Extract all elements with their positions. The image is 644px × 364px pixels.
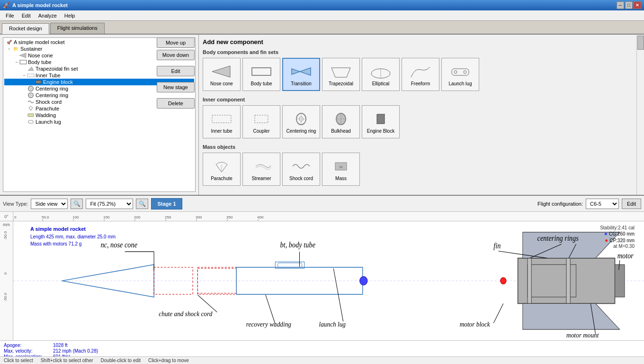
button-panel: Move up Move down Edit New stage Delete	[157, 37, 195, 109]
tree-label-engineblock: Engine block	[43, 79, 73, 85]
comp-bulkhead[interactable]: Bulkhead	[322, 105, 360, 138]
elliptical-icon	[370, 63, 391, 80]
svg-rect-3	[27, 74, 34, 77]
comp-launchlug-label: Launch lug	[449, 81, 472, 86]
hint-click: Click to select	[4, 358, 33, 363]
svg-text:motor mount: motor mount	[566, 331, 599, 339]
tree-item-wadding[interactable]: Wadding	[4, 112, 194, 118]
new-stage-button[interactable]: New stage	[157, 82, 195, 92]
comp-innertube[interactable]: Inner tube	[203, 105, 241, 138]
titlebar-title: A simple model rocket	[12, 2, 68, 8]
ruler-corner	[639, 212, 644, 221]
comp-bulkhead-label: Bulkhead	[331, 128, 351, 134]
comp-launchlug[interactable]: Launch lug	[441, 58, 479, 91]
comp-parachute[interactable]: Parachute	[203, 153, 241, 186]
zoom-out-button[interactable]: 🔍	[71, 199, 83, 209]
svg-text:M: M	[340, 165, 343, 169]
comp-mass[interactable]: M Mass	[322, 153, 360, 186]
svg-rect-72	[566, 258, 570, 304]
status-hint: Click to select Shift+click to select ot…	[0, 356, 644, 364]
comp-shockcord[interactable]: Shock cord	[282, 153, 320, 186]
ruler-left: -50.0 0 -50.0 mm	[0, 221, 13, 340]
tree-label-parachute: Parachute	[36, 106, 59, 111]
flight-config-select[interactable]: C6-5	[586, 199, 619, 209]
comp-centering[interactable]: Centering ring	[282, 105, 320, 138]
comp-nosecone-label: Nose cone	[210, 81, 233, 86]
flight-config-edit-button[interactable]: Edit	[622, 199, 641, 209]
svg-text:100: 100	[72, 215, 79, 219]
tab-flight-simulations[interactable]: Flight simulations	[50, 23, 105, 34]
minimize-button[interactable]: ─	[617, 1, 624, 9]
svg-text:250: 250	[165, 215, 171, 219]
svg-rect-12	[28, 120, 33, 123]
menubar: File Edit Analyze Help	[0, 10, 644, 21]
view-type-select[interactable]: Side view	[31, 199, 68, 209]
bulkhead-icon	[331, 110, 351, 127]
tree-item-launchlug[interactable]: Launch lug	[4, 118, 194, 125]
svg-text:0: 0	[14, 215, 17, 219]
svg-marker-0	[19, 53, 26, 58]
svg-text:150: 150	[103, 215, 110, 219]
comp-transition[interactable]: Transition	[282, 58, 320, 91]
svg-rect-11	[28, 114, 34, 117]
svg-rect-1	[20, 60, 27, 64]
apogee-value: 1028 ft	[53, 343, 68, 348]
svg-text:200: 200	[134, 215, 141, 219]
edit-button[interactable]: Edit	[157, 66, 195, 76]
rocket-name: A simple model rocket	[30, 225, 116, 233]
menu-analyze[interactable]: Analyze	[35, 12, 61, 19]
tab-rocket-design[interactable]: Rocket design	[2, 23, 49, 34]
tree-label-nosecone: Nose cone	[28, 53, 53, 58]
freeform-icon	[410, 63, 431, 80]
move-up-button[interactable]: Move up	[157, 37, 195, 48]
unit-label-left: 0°	[0, 212, 13, 221]
move-down-button[interactable]: Move down	[157, 50, 195, 60]
stage-button[interactable]: Stage 1	[151, 198, 182, 209]
svg-text:350: 350	[226, 215, 233, 219]
close-button[interactable]: ✕	[634, 1, 641, 9]
add-component-title: Add new component	[203, 38, 633, 46]
comp-freeform[interactable]: Freeform	[402, 58, 439, 91]
menu-edit[interactable]: Edit	[18, 12, 35, 19]
scrollbar[interactable]	[636, 35, 644, 195]
svg-point-5	[28, 86, 33, 91]
svg-rect-22	[212, 115, 231, 123]
comp-trapezoidal[interactable]: Trapezoidal	[322, 58, 360, 91]
tree-panel: 🚀 A simple model rocket − 📁 Sustainer No…	[0, 35, 199, 195]
comp-shockcord-label: Shock cord	[289, 176, 313, 181]
comp-engineblock[interactable]: Engine Block	[362, 105, 400, 138]
svg-line-9	[29, 108, 31, 110]
svg-point-21	[464, 71, 466, 73]
menu-help[interactable]: Help	[61, 12, 79, 19]
svg-rect-31	[377, 114, 385, 124]
svg-text:-50.0: -50.0	[3, 292, 8, 301]
cp-value: CP:320 mm	[609, 238, 635, 243]
bodytube-icon	[251, 63, 272, 80]
body-components-grid: Nose cone Body tube	[203, 58, 633, 91]
comp-transition-label: Transition	[291, 81, 312, 86]
rocket-canvas[interactable]: nc, nose cone bt, body tube fin centerin…	[13, 221, 644, 340]
mass-objects-grid: Parachute Streamer	[203, 153, 633, 186]
comp-elliptical[interactable]: Elliptical	[362, 58, 400, 91]
launchlug-icon	[450, 63, 471, 80]
viz-main: -50.0 0 -50.0 mm	[0, 221, 644, 340]
comp-bodytube[interactable]: Body tube	[242, 58, 280, 91]
zoom-select[interactable]: Fit (75.2%)	[86, 199, 133, 209]
stability-info: Stability:2.41 cal ● CG:260 mm ● CP:320 …	[600, 225, 635, 249]
inner-components-grid: Inner tube Coupler	[203, 105, 633, 138]
zoom-in-button[interactable]: 🔍	[136, 199, 148, 209]
coupler-icon	[251, 110, 272, 127]
delete-button[interactable]: Delete	[157, 98, 195, 109]
svg-rect-4	[36, 81, 41, 83]
comp-streamer[interactable]: Streamer	[242, 153, 280, 186]
svg-text:launch lug: launch lug	[319, 320, 346, 328]
upper-panel: 🚀 A simple model rocket − 📁 Sustainer No…	[0, 35, 644, 196]
menu-file[interactable]: File	[2, 12, 18, 19]
comp-nosecone[interactable]: Nose cone	[203, 58, 241, 91]
comp-coupler-label: Coupler	[253, 128, 269, 134]
maximize-button[interactable]: □	[625, 1, 633, 9]
add-component-panel: Add new component Body components and fi…	[199, 35, 636, 195]
rocket-dimensions: Length 425 mm, max. diameter 25.0 mm	[30, 233, 116, 240]
svg-point-67	[360, 276, 367, 285]
comp-coupler[interactable]: Coupler	[242, 105, 280, 138]
